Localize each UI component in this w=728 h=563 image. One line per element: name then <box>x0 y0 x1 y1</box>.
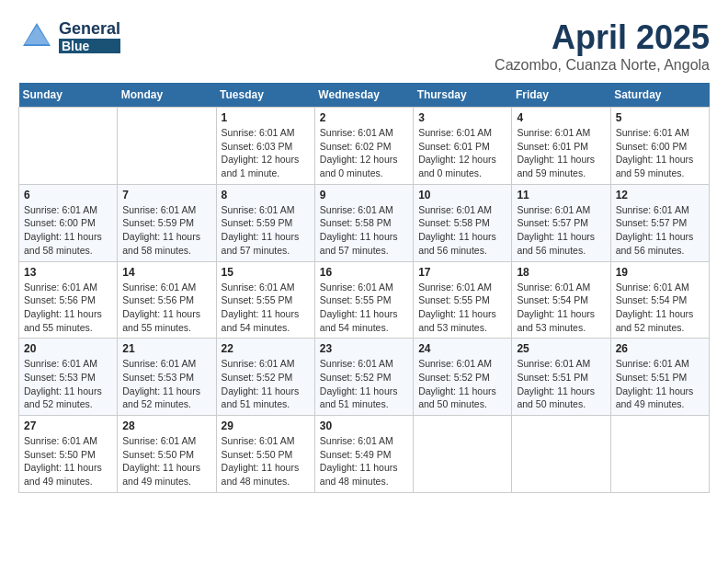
day-number: 7 <box>122 189 210 201</box>
calendar-day-cell: 17Sunrise: 6:01 AM Sunset: 5:55 PM Dayli… <box>414 261 512 339</box>
calendar-day-cell: 11Sunrise: 6:01 AM Sunset: 5:57 PM Dayli… <box>512 184 610 261</box>
calendar-day-cell <box>610 416 709 493</box>
day-detail: Sunrise: 6:01 AM Sunset: 5:53 PM Dayligh… <box>122 357 210 411</box>
day-number: 13 <box>24 266 112 279</box>
day-detail: Sunrise: 6:01 AM Sunset: 5:56 PM Dayligh… <box>24 281 112 335</box>
calendar-day-cell: 13Sunrise: 6:01 AM Sunset: 5:56 PM Dayli… <box>19 261 118 339</box>
calendar-day-cell: 8Sunrise: 6:01 AM Sunset: 5:59 PM Daylig… <box>216 184 314 261</box>
calendar-day-cell: 1Sunrise: 6:01 AM Sunset: 6:03 PM Daylig… <box>216 108 314 185</box>
calendar-day-header: Tuesday <box>216 83 314 108</box>
calendar-body: 1Sunrise: 6:01 AM Sunset: 6:03 PM Daylig… <box>19 108 710 493</box>
calendar-day-cell: 14Sunrise: 6:01 AM Sunset: 5:56 PM Dayli… <box>118 261 216 339</box>
day-detail: Sunrise: 6:01 AM Sunset: 5:57 PM Dayligh… <box>616 203 704 258</box>
calendar-day-cell: 22Sunrise: 6:01 AM Sunset: 5:52 PM Dayli… <box>216 339 314 416</box>
day-detail: Sunrise: 6:01 AM Sunset: 6:01 PM Dayligh… <box>517 126 605 180</box>
calendar-day-header: Thursday <box>414 83 512 108</box>
day-number: 3 <box>418 111 506 124</box>
day-detail: Sunrise: 6:01 AM Sunset: 5:49 PM Dayligh… <box>320 434 408 488</box>
calendar-day-cell: 2Sunrise: 6:01 AM Sunset: 6:02 PM Daylig… <box>314 108 413 185</box>
calendar-day-cell: 7Sunrise: 6:01 AM Sunset: 5:59 PM Daylig… <box>118 184 216 261</box>
day-number: 28 <box>122 419 210 432</box>
title-section: April 2025 Cazombo, Cuanza Norte, Angola <box>495 18 710 74</box>
calendar-day-cell: 5Sunrise: 6:01 AM Sunset: 6:00 PM Daylig… <box>610 108 709 185</box>
day-detail: Sunrise: 6:01 AM Sunset: 5:52 PM Dayligh… <box>418 357 506 411</box>
day-detail: Sunrise: 6:01 AM Sunset: 5:50 PM Dayligh… <box>222 434 310 488</box>
day-number: 2 <box>320 111 408 124</box>
day-detail: Sunrise: 6:01 AM Sunset: 5:58 PM Dayligh… <box>320 203 408 258</box>
calendar-week-row: 6Sunrise: 6:01 AM Sunset: 6:00 PM Daylig… <box>19 184 710 261</box>
logo-text: General Blue <box>59 20 120 53</box>
logo: General Blue <box>18 18 120 55</box>
day-number: 29 <box>222 419 310 432</box>
day-detail: Sunrise: 6:01 AM Sunset: 6:02 PM Dayligh… <box>320 126 408 180</box>
day-number: 14 <box>122 266 210 279</box>
day-number: 19 <box>616 266 704 279</box>
day-detail: Sunrise: 6:01 AM Sunset: 5:50 PM Dayligh… <box>24 434 112 488</box>
location-title: Cazombo, Cuanza Norte, Angola <box>495 57 710 74</box>
day-detail: Sunrise: 6:01 AM Sunset: 5:54 PM Dayligh… <box>616 281 704 335</box>
calendar-table: SundayMondayTuesdayWednesdayThursdayFrid… <box>18 83 710 493</box>
calendar-week-row: 27Sunrise: 6:01 AM Sunset: 5:50 PM Dayli… <box>19 416 710 493</box>
calendar-day-header: Sunday <box>19 83 118 108</box>
svg-marker-1 <box>25 26 49 44</box>
day-detail: Sunrise: 6:01 AM Sunset: 5:52 PM Dayligh… <box>320 357 408 411</box>
calendar-day-cell <box>414 416 512 493</box>
calendar-day-cell: 18Sunrise: 6:01 AM Sunset: 5:54 PM Dayli… <box>512 261 610 339</box>
day-number: 9 <box>320 189 408 201</box>
calendar-day-cell: 4Sunrise: 6:01 AM Sunset: 6:01 PM Daylig… <box>512 108 610 185</box>
day-detail: Sunrise: 6:01 AM Sunset: 5:51 PM Dayligh… <box>517 357 605 411</box>
calendar-day-header: Saturday <box>610 83 709 108</box>
calendar-day-cell: 19Sunrise: 6:01 AM Sunset: 5:54 PM Dayli… <box>610 261 709 339</box>
day-number: 10 <box>418 189 506 201</box>
calendar-week-row: 20Sunrise: 6:01 AM Sunset: 5:53 PM Dayli… <box>19 339 710 416</box>
day-detail: Sunrise: 6:01 AM Sunset: 5:55 PM Dayligh… <box>320 281 408 335</box>
day-number: 5 <box>616 111 704 124</box>
day-detail: Sunrise: 6:01 AM Sunset: 5:56 PM Dayligh… <box>122 281 210 335</box>
day-number: 25 <box>517 342 605 355</box>
day-detail: Sunrise: 6:01 AM Sunset: 5:58 PM Dayligh… <box>418 203 506 258</box>
day-number: 20 <box>24 342 112 355</box>
calendar-day-cell: 20Sunrise: 6:01 AM Sunset: 5:53 PM Dayli… <box>19 339 118 416</box>
calendar-day-cell: 30Sunrise: 6:01 AM Sunset: 5:49 PM Dayli… <box>314 416 413 493</box>
calendar-day-cell <box>512 416 610 493</box>
calendar-day-cell: 9Sunrise: 6:01 AM Sunset: 5:58 PM Daylig… <box>314 184 413 261</box>
calendar-week-row: 13Sunrise: 6:01 AM Sunset: 5:56 PM Dayli… <box>19 261 710 339</box>
logo-icon <box>18 18 55 55</box>
day-number: 18 <box>517 266 605 279</box>
day-detail: Sunrise: 6:01 AM Sunset: 6:00 PM Dayligh… <box>616 126 704 180</box>
calendar-day-cell: 6Sunrise: 6:01 AM Sunset: 6:00 PM Daylig… <box>19 184 118 261</box>
day-detail: Sunrise: 6:01 AM Sunset: 6:01 PM Dayligh… <box>418 126 506 180</box>
day-number: 17 <box>418 266 506 279</box>
calendar-day-cell: 23Sunrise: 6:01 AM Sunset: 5:52 PM Dayli… <box>314 339 413 416</box>
calendar-day-header: Monday <box>118 83 216 108</box>
day-number: 26 <box>616 342 704 355</box>
day-detail: Sunrise: 6:01 AM Sunset: 5:57 PM Dayligh… <box>517 203 605 258</box>
day-detail: Sunrise: 6:01 AM Sunset: 5:59 PM Dayligh… <box>122 203 210 258</box>
day-detail: Sunrise: 6:01 AM Sunset: 5:59 PM Dayligh… <box>222 203 310 258</box>
month-title: April 2025 <box>495 18 710 57</box>
day-number: 11 <box>517 189 605 201</box>
day-number: 8 <box>222 189 310 201</box>
day-detail: Sunrise: 6:01 AM Sunset: 5:53 PM Dayligh… <box>24 357 112 411</box>
calendar-day-cell <box>118 108 216 185</box>
day-number: 22 <box>222 342 310 355</box>
day-number: 27 <box>24 419 112 432</box>
calendar-day-cell <box>19 108 118 185</box>
day-detail: Sunrise: 6:01 AM Sunset: 5:50 PM Dayligh… <box>122 434 210 488</box>
calendar-day-cell: 12Sunrise: 6:01 AM Sunset: 5:57 PM Dayli… <box>610 184 709 261</box>
day-detail: Sunrise: 6:01 AM Sunset: 5:55 PM Dayligh… <box>222 281 310 335</box>
day-number: 6 <box>24 189 112 201</box>
day-number: 21 <box>122 342 210 355</box>
calendar-day-cell: 21Sunrise: 6:01 AM Sunset: 5:53 PM Dayli… <box>118 339 216 416</box>
calendar-day-cell: 10Sunrise: 6:01 AM Sunset: 5:58 PM Dayli… <box>414 184 512 261</box>
day-number: 23 <box>320 342 408 355</box>
day-number: 30 <box>320 419 408 432</box>
calendar-day-header: Friday <box>512 83 610 108</box>
day-number: 16 <box>320 266 408 279</box>
calendar-day-cell: 3Sunrise: 6:01 AM Sunset: 6:01 PM Daylig… <box>414 108 512 185</box>
calendar-week-row: 1Sunrise: 6:01 AM Sunset: 6:03 PM Daylig… <box>19 108 710 185</box>
calendar-day-cell: 15Sunrise: 6:01 AM Sunset: 5:55 PM Dayli… <box>216 261 314 339</box>
calendar-day-cell: 16Sunrise: 6:01 AM Sunset: 5:55 PM Dayli… <box>314 261 413 339</box>
day-detail: Sunrise: 6:01 AM Sunset: 5:55 PM Dayligh… <box>418 281 506 335</box>
day-number: 24 <box>418 342 506 355</box>
